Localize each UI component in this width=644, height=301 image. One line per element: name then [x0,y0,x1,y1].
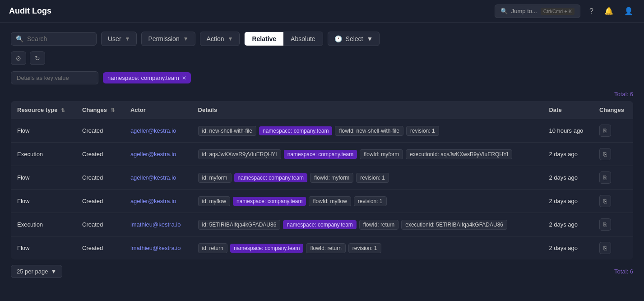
detail-tag: flowId: myform [360,149,403,159]
cell-copy: ⎘ [593,119,633,143]
cell-changes: Created [76,190,124,213]
cell-details: id: returnnamespace: company.teamflowId:… [192,236,543,260]
search-input[interactable] [27,35,81,42]
cell-details: id: aqsJwKXwsR9yVIuERQHYInamespace: comp… [192,143,543,166]
cell-copy: ⎘ [593,213,633,236]
cell-changes: Created [76,236,124,260]
user-menu-button[interactable]: 👤 [622,5,635,17]
notifications-button[interactable]: 🔔 [602,5,615,17]
copy-button[interactable]: ⎘ [599,218,611,231]
detail-tag: namespace: company.team [284,150,357,159]
table-row: FlowCreatedageller@kestra.ioid: myformna… [11,166,633,190]
copy-button[interactable]: ⎘ [599,148,611,160]
cell-date: 2 days ago [542,236,593,260]
detail-tag: id: aqsJwKXwsR9yVIuERQHYI [198,149,281,159]
cell-changes: Created [76,213,124,236]
select-time-button[interactable]: 🕐 Select ▼ [328,32,380,46]
cell-details: id: new-shell-with-filenamespace: compan… [192,119,543,143]
search-input-wrap: 🔍 [11,32,97,46]
table-row: ExecutionCreatedageller@kestra.ioid: aqs… [11,143,633,166]
search-icon: 🔍 [16,35,23,42]
page-title: Audit Logs [9,6,51,16]
detail-tag: namespace: company.team [230,244,304,253]
chevron-down-icon: ▼ [183,36,189,42]
table-row: FlowCreatedlmathieu@kestra.ioid: returnn… [11,236,633,260]
search-icon: 🔍 [500,8,508,14]
actor-link[interactable]: ageller@kestra.io [130,151,176,157]
cell-copy: ⎘ [593,166,633,190]
actor-link[interactable]: lmathieu@kestra.io [130,221,181,228]
cell-date: 2 days ago [542,166,593,190]
col-changes[interactable]: Changes ⇅ [76,101,124,119]
detail-tag: namespace: company.team [283,220,357,229]
table-row: FlowCreatedageller@kestra.ioid: myflowna… [11,190,633,213]
detail-tag: id: new-shell-with-file [198,126,256,136]
col-actor: Actor [124,101,192,119]
detail-tag: revision: 1 [348,243,381,253]
detail-tag: revision: 1 [354,196,387,206]
cell-actor: lmathieu@kestra.io [124,236,192,260]
actor-link[interactable]: ageller@kestra.io [130,174,176,181]
cell-resource-type: Flow [11,166,76,190]
col-date: Date [542,101,593,119]
detail-tag: revision: 1 [356,173,389,183]
details-filter-input[interactable] [11,71,98,84]
cell-actor: ageller@kestra.io [124,166,192,190]
detail-tag: namespace: company.team [234,173,308,182]
table-header-row: Resource type ⇅ Changes ⇅ Actor Details … [11,101,633,119]
per-page-dropdown[interactable]: 25 per page ▼ [11,265,62,278]
copy-button[interactable]: ⎘ [599,195,611,207]
cell-actor: ageller@kestra.io [124,143,192,166]
action-filter-dropdown[interactable]: Action ▼ [200,32,240,46]
cell-copy: ⎘ [593,190,633,213]
copy-button[interactable]: ⎘ [599,125,611,137]
copy-button[interactable]: ⎘ [599,242,611,254]
chevron-down-icon: ▼ [367,35,373,42]
detail-tag: flowId: myflow [309,196,351,206]
top-bar-actions: 🔍 Jump to... Ctrl/Cmd + K ? 🔔 👤 [495,5,635,18]
disable-filter-button[interactable]: ⊘ [11,51,26,65]
remove-filter-button[interactable]: ✕ [182,75,186,81]
cell-resource-type: Execution [11,143,76,166]
detail-tag: executionId: 5ETIRIBAIfqa4kGFADAU86 [401,220,507,230]
detail-tag: namespace: company.team [259,126,333,135]
actor-link[interactable]: ageller@kestra.io [130,127,176,134]
refresh-button[interactable]: ↻ [30,51,45,65]
cell-date: 2 days ago [542,190,593,213]
cell-date: 2 days ago [542,143,593,166]
cell-changes: Created [76,119,124,143]
filter-off-icon: ⊘ [16,55,21,62]
cell-resource-type: Flow [11,236,76,260]
detail-tag: id: 5ETIRIBAIfqa4kGFADAU86 [198,220,281,230]
chevron-down-icon: ▼ [51,268,56,275]
cell-details: id: 5ETIRIBAIfqa4kGFADAU86namespace: com… [192,213,543,236]
table-row: ExecutionCreatedlmathieu@kestra.ioid: 5E… [11,213,633,236]
cell-changes: Created [76,166,124,190]
copy-button[interactable]: ⎘ [599,171,611,184]
col-changes-action: Changes [593,101,633,119]
cell-actor: lmathieu@kestra.io [124,213,192,236]
col-resource-type[interactable]: Resource type ⇅ [11,101,76,119]
audit-logs-table: Resource type ⇅ Changes ⇅ Actor Details … [11,101,633,259]
jump-to-button[interactable]: 🔍 Jump to... Ctrl/Cmd + K [495,5,580,18]
actor-link[interactable]: lmathieu@kestra.io [130,245,181,251]
detail-tag: id: myform [198,173,232,183]
help-button[interactable]: ? [588,5,595,17]
detail-tag: flowId: new-shell-with-file [335,126,403,136]
actor-link[interactable]: ageller@kestra.io [130,198,176,204]
clock-icon: 🕐 [334,35,342,42]
chevron-down-icon: ▼ [228,36,233,42]
relative-toggle-button[interactable]: Relative [245,32,283,46]
absolute-toggle-button[interactable]: Absolute [283,32,322,46]
main-content: 🔍 User ▼ Permission ▼ Action ▼ Relative … [0,23,644,287]
cell-resource-type: Flow [11,190,76,213]
sort-icon: ⇅ [61,107,65,113]
table-row: FlowCreatedageller@kestra.ioid: new-shel… [11,119,633,143]
top-bar: Audit Logs 🔍 Jump to... Ctrl/Cmd + K ? 🔔… [0,0,644,23]
action-row: ⊘ ↻ [11,51,633,65]
cell-copy: ⎘ [593,143,633,166]
detail-tag: flowId: return [359,220,398,230]
permission-filter-dropdown[interactable]: Permission ▼ [141,32,195,46]
col-details: Details [192,101,543,119]
user-filter-dropdown[interactable]: User ▼ [101,32,137,46]
